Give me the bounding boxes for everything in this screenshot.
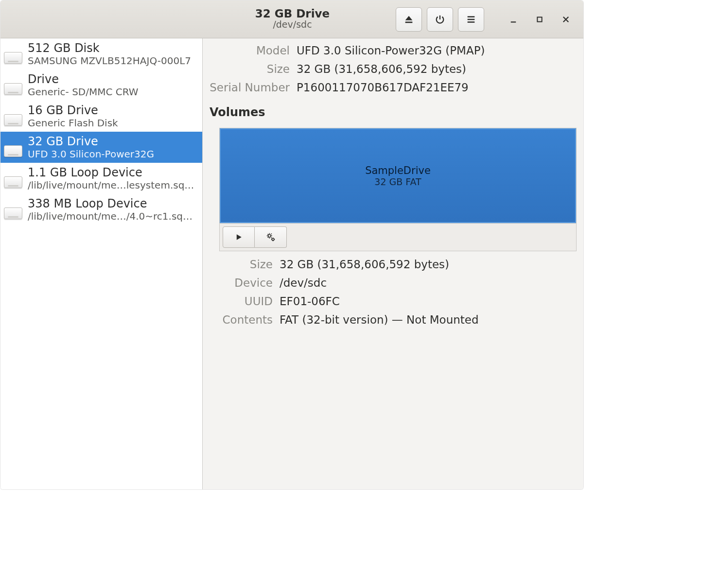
drive-text: 32 GB DriveUFD 3.0 Silicon-Power32G — [28, 135, 154, 160]
window-title: 32 GB Drive — [255, 7, 330, 20]
drive-list-item[interactable]: 512 GB DiskSAMSUNG MZVLB512HAJQ-000L7 — [0, 38, 202, 69]
drive-title: Drive — [28, 72, 139, 86]
drive-title: 1.1 GB Loop Device — [28, 166, 197, 179]
maximize-button[interactable] — [529, 7, 550, 32]
drive-title: 338 MB Loop Device — [28, 197, 197, 210]
model-label: Model — [210, 44, 290, 57]
drive-icon — [3, 169, 23, 188]
volume-sub: 32 GB FAT — [374, 176, 421, 187]
drive-text: DriveGeneric- SD/MMC CRW — [28, 72, 139, 98]
headerbar: 32 GB Drive /dev/sdc — [0, 0, 583, 38]
close-icon — [561, 15, 570, 24]
vol-contents-label: Contents — [210, 313, 273, 326]
main-panel: Model UFD 3.0 Silicon-Power32G (PMAP) Si… — [203, 38, 583, 489]
drive-text: 16 GB DriveGeneric Flash Disk — [28, 104, 118, 129]
volume-settings-button[interactable] — [255, 226, 287, 248]
drive-text: 338 MB Loop Device/lib/live/mount/me…/4.… — [28, 197, 197, 222]
window-subtitle: /dev/sdc — [273, 19, 312, 30]
volumes-heading: Volumes — [210, 105, 577, 119]
serial-label: Serial Number — [210, 81, 290, 94]
vol-size-label: Size — [210, 258, 273, 271]
drive-icon — [3, 200, 23, 219]
serial-value: P1600117070B617DAF21EE79 — [297, 81, 577, 94]
drive-list-item[interactable]: 1.1 GB Loop Device/lib/live/mount/me…les… — [0, 163, 202, 194]
drive-title: 512 GB Disk — [28, 41, 191, 55]
drive-list-item[interactable]: 32 GB DriveUFD 3.0 Silicon-Power32G — [0, 132, 202, 163]
power-button[interactable] — [427, 7, 453, 32]
vol-device-label: Device — [210, 277, 273, 289]
svg-rect-0 — [537, 17, 542, 21]
svg-point-1 — [268, 235, 271, 238]
content-area: 512 GB DiskSAMSUNG MZVLB512HAJQ-000L7Dri… — [0, 38, 583, 489]
maximize-icon — [536, 16, 543, 23]
power-icon — [435, 14, 445, 25]
minimize-button[interactable] — [503, 7, 524, 32]
volume-partition[interactable]: SampleDrive 32 GB FAT — [220, 128, 576, 223]
vol-device-value: /dev/sdc — [280, 277, 577, 289]
play-icon — [234, 232, 244, 242]
drive-title: 16 GB Drive — [28, 104, 118, 117]
drive-list-item[interactable]: DriveGeneric- SD/MMC CRW — [0, 69, 202, 101]
eject-button[interactable] — [396, 7, 422, 32]
size-label: Size — [210, 63, 290, 75]
drive-icon — [3, 138, 23, 157]
close-button[interactable] — [555, 7, 577, 32]
drive-icon — [3, 106, 23, 126]
hamburger-icon — [466, 14, 476, 25]
drive-text: 512 GB DiskSAMSUNG MZVLB512HAJQ-000L7 — [28, 41, 191, 67]
drive-icon — [3, 75, 23, 95]
drive-list-sidebar: 512 GB DiskSAMSUNG MZVLB512HAJQ-000L7Dri… — [0, 38, 203, 489]
drive-subtitle: /lib/live/mount/me…/4.0~rc1.squashfs — [28, 210, 197, 222]
volume-name: SampleDrive — [365, 165, 431, 176]
drive-subtitle: /lib/live/mount/me…lesystem.squashfs — [28, 179, 197, 191]
drive-list-item[interactable]: 16 GB DriveGeneric Flash Disk — [0, 101, 202, 132]
disks-window: 32 GB Drive /dev/sdc — [0, 0, 584, 490]
header-title-block: 32 GB Drive /dev/sdc — [0, 7, 584, 30]
vol-size-value: 32 GB (31,658,606,592 bytes) — [280, 258, 577, 271]
drive-subtitle: Generic- SD/MMC CRW — [28, 86, 139, 98]
size-value: 32 GB (31,658,606,592 bytes) — [297, 63, 577, 75]
vol-uuid-label: UUID — [210, 295, 273, 308]
mount-button[interactable] — [223, 226, 255, 248]
drive-subtitle: UFD 3.0 Silicon-Power32G — [28, 148, 154, 160]
gears-icon — [265, 232, 276, 242]
drive-title: 32 GB Drive — [28, 135, 154, 148]
drive-list-item[interactable]: 338 MB Loop Device/lib/live/mount/me…/4.… — [0, 194, 202, 225]
vol-contents-value: FAT (32-bit version) — Not Mounted — [280, 313, 577, 326]
drive-text: 1.1 GB Loop Device/lib/live/mount/me…les… — [28, 166, 197, 191]
vol-uuid-value: EF01-06FC — [280, 295, 577, 308]
minimize-icon — [509, 15, 518, 24]
model-value: UFD 3.0 Silicon-Power32G (PMAP) — [297, 44, 577, 57]
drive-subtitle: Generic Flash Disk — [28, 117, 118, 129]
drive-icon — [3, 44, 23, 64]
drive-subtitle: SAMSUNG MZVLB512HAJQ-000L7 — [28, 55, 191, 67]
svg-point-2 — [272, 238, 274, 241]
drive-info-grid: Model UFD 3.0 Silicon-Power32G (PMAP) Si… — [210, 44, 577, 94]
volume-toolbar — [220, 223, 576, 251]
volume-frame: SampleDrive 32 GB FAT — [219, 128, 577, 251]
eject-icon — [403, 14, 414, 25]
volume-detail-grid: Size 32 GB (31,658,606,592 bytes) Device… — [210, 258, 577, 326]
menu-button[interactable] — [458, 7, 484, 32]
